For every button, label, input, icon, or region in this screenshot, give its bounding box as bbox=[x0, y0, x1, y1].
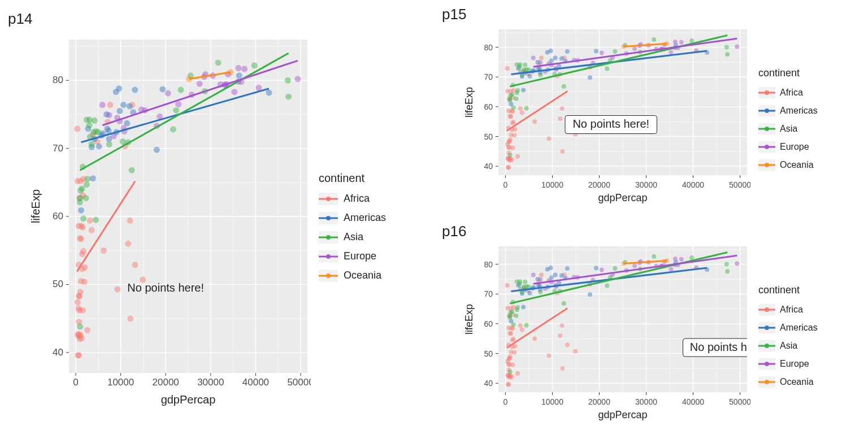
svg-point-302 bbox=[652, 37, 656, 42]
svg-text:60: 60 bbox=[53, 211, 63, 222]
svg-text:70: 70 bbox=[53, 143, 63, 154]
svg-point-128 bbox=[84, 117, 90, 123]
svg-point-306 bbox=[725, 52, 730, 57]
svg-point-450 bbox=[558, 333, 562, 338]
svg-point-137 bbox=[175, 101, 181, 107]
legend-item-asia: Asia bbox=[758, 340, 818, 351]
svg-point-424 bbox=[532, 336, 537, 341]
legend-key-icon bbox=[758, 322, 775, 333]
legend-label: Europe bbox=[780, 359, 809, 369]
svg-point-426 bbox=[520, 327, 524, 332]
svg-point-494 bbox=[524, 323, 529, 328]
svg-point-335 bbox=[632, 46, 637, 51]
svg-point-267 bbox=[521, 88, 526, 92]
svg-point-40 bbox=[127, 218, 133, 224]
svg-point-47 bbox=[79, 251, 85, 257]
svg-point-511 bbox=[522, 285, 526, 289]
svg-point-112 bbox=[177, 87, 184, 93]
plot-p14: No points here!0100002000030000400005000… bbox=[28, 36, 311, 417]
svg-point-536 bbox=[735, 262, 739, 266]
legend-key-icon bbox=[319, 212, 338, 224]
svg-text:30000: 30000 bbox=[635, 180, 657, 189]
legend-label: Oceania bbox=[344, 270, 381, 281]
legend-p16: continentAfricaAmericasAsiaEuropeOceania bbox=[750, 243, 818, 428]
legend-label: Oceania bbox=[780, 377, 814, 387]
svg-point-233 bbox=[560, 106, 565, 111]
legend-key-icon bbox=[758, 123, 775, 134]
svg-text:50: 50 bbox=[484, 132, 493, 141]
svg-point-33 bbox=[77, 235, 83, 241]
svg-point-130 bbox=[83, 195, 89, 201]
svg-text:10000: 10000 bbox=[541, 180, 563, 189]
svg-point-430 bbox=[565, 342, 570, 347]
legend-item-africa: Africa bbox=[319, 193, 386, 205]
svg-point-318 bbox=[523, 63, 527, 67]
plot-p15: No points here!0100002000030000400005000… bbox=[462, 26, 750, 211]
svg-point-242 bbox=[546, 136, 551, 141]
legend-item-europe: Europe bbox=[319, 250, 386, 263]
svg-point-286 bbox=[594, 49, 598, 53]
svg-point-516 bbox=[518, 281, 522, 286]
svg-point-240 bbox=[510, 121, 515, 125]
svg-point-80 bbox=[113, 89, 119, 95]
svg-point-514 bbox=[538, 290, 542, 294]
legend-key-icon bbox=[319, 250, 338, 263]
panel-p15: p15 No points here!010000200003000040000… bbox=[434, 0, 868, 217]
svg-point-129 bbox=[86, 122, 93, 128]
svg-point-109 bbox=[215, 59, 221, 66]
svg-text:10000: 10000 bbox=[541, 397, 563, 406]
svg-point-84 bbox=[96, 144, 102, 150]
legend-key-icon bbox=[758, 159, 775, 171]
svg-point-77 bbox=[132, 87, 138, 93]
legend-key-icon bbox=[758, 376, 775, 388]
legend-item-oceania: Oceania bbox=[758, 376, 818, 388]
svg-point-122 bbox=[170, 126, 176, 132]
svg-point-118 bbox=[77, 188, 84, 194]
legend-label: Africa bbox=[780, 305, 803, 315]
svg-point-496 bbox=[652, 254, 656, 259]
svg-point-316 bbox=[724, 45, 729, 50]
svg-point-510 bbox=[724, 262, 729, 267]
svg-text:50000: 50000 bbox=[729, 397, 750, 406]
svg-point-230 bbox=[532, 119, 537, 124]
legend-label: Americas bbox=[780, 323, 818, 333]
svg-point-100 bbox=[80, 215, 86, 222]
legend-label: Europe bbox=[344, 250, 376, 262]
svg-point-70 bbox=[75, 178, 81, 184]
svg-point-144 bbox=[236, 65, 242, 71]
panel-p16: p16 No points her01000020000300004000050… bbox=[434, 217, 868, 434]
svg-point-95 bbox=[266, 89, 272, 96]
svg-point-507 bbox=[515, 305, 520, 310]
svg-point-351 bbox=[679, 40, 684, 45]
svg-text:20000: 20000 bbox=[588, 180, 610, 189]
svg-point-296 bbox=[689, 38, 694, 43]
svg-point-434 bbox=[510, 338, 515, 342]
legend-key-icon bbox=[758, 304, 775, 315]
svg-text:70: 70 bbox=[484, 289, 493, 298]
svg-point-457 bbox=[505, 306, 510, 311]
svg-point-76 bbox=[236, 72, 242, 79]
svg-point-124 bbox=[90, 129, 97, 135]
svg-point-223 bbox=[509, 133, 513, 137]
svg-point-485 bbox=[508, 370, 513, 374]
legend-label: Americas bbox=[780, 106, 818, 116]
svg-point-459 bbox=[507, 374, 511, 379]
svg-point-509 bbox=[605, 284, 609, 288]
svg-text:40000: 40000 bbox=[682, 397, 704, 406]
svg-point-243 bbox=[506, 165, 511, 170]
legend-key-icon bbox=[758, 141, 775, 153]
svg-point-545 bbox=[679, 257, 684, 262]
svg-point-324 bbox=[531, 56, 536, 60]
legend-title: continent bbox=[319, 172, 386, 185]
svg-point-226 bbox=[508, 114, 513, 119]
svg-point-131 bbox=[99, 102, 106, 108]
svg-point-529 bbox=[632, 263, 637, 268]
svg-point-93 bbox=[159, 86, 166, 92]
svg-point-117 bbox=[77, 199, 83, 205]
svg-text:lifeExp: lifeExp bbox=[463, 304, 475, 335]
svg-point-521 bbox=[538, 277, 542, 281]
plot-svg-p15: No points here!0100002000030000400005000… bbox=[462, 26, 750, 207]
legend-p14: continentAfricaAmericasAsiaEuropeOceania bbox=[311, 36, 386, 417]
svg-point-311 bbox=[509, 93, 513, 98]
svg-point-289 bbox=[553, 56, 558, 60]
